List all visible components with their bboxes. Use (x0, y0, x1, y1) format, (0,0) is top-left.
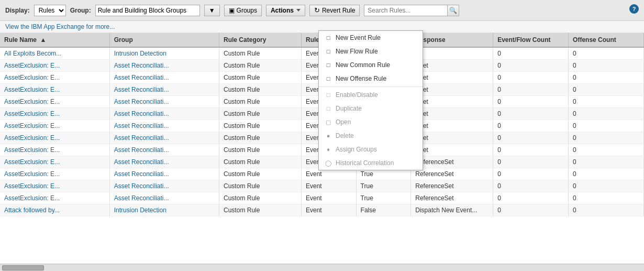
cell-event_flow: 0 (493, 84, 569, 96)
cell-group[interactable]: Asset Reconciliati... (109, 60, 219, 72)
link-group[interactable]: Intrusion Detection (114, 207, 166, 214)
revert-rule-button[interactable]: ↻ Revert Rule (309, 5, 360, 16)
search-input[interactable] (364, 5, 448, 16)
link-group[interactable]: Asset Reconciliati... (114, 62, 169, 69)
groups-button[interactable]: ▣ Groups (224, 5, 262, 16)
cell-name[interactable]: AssetExclusion: E... (0, 72, 109, 84)
link-name[interactable]: AssetExclusion: E... (4, 158, 60, 166)
link-group[interactable]: Asset Reconciliati... (114, 122, 169, 129)
link-name[interactable]: AssetExclusion: E... (4, 134, 60, 142)
link-name[interactable]: AssetExclusion: E... (4, 170, 60, 178)
cell-type: Event (301, 180, 356, 192)
search-button[interactable]: 🔍 (448, 5, 459, 16)
cell-name[interactable]: AssetExclusion: E... (0, 156, 109, 168)
menu-item-new-common-rule[interactable]: □New Common Rule (319, 58, 423, 72)
scrollbar-thumb[interactable] (2, 265, 44, 270)
cell-group[interactable]: Asset Reconciliati... (109, 192, 219, 204)
cell-event_flow: 0 (493, 47, 569, 60)
link-group[interactable]: Asset Reconciliati... (114, 158, 169, 166)
cell-type: Event (301, 204, 356, 216)
doc-icon: □ (324, 74, 332, 83)
actions-dropdown-menu: □New Event Rule□New Flow Rule□New Common… (318, 30, 423, 170)
cell-response: eSet (411, 144, 493, 156)
cell-name[interactable]: AssetExclusion: E... (0, 96, 109, 108)
link-group[interactable]: Asset Reconciliati... (114, 98, 169, 105)
cell-offense: 0 (569, 168, 644, 180)
cell-group[interactable]: Intrusion Detection (109, 47, 219, 60)
cell-name[interactable]: AssetExclusion: E... (0, 144, 109, 156)
cell-group[interactable]: Asset Reconciliati... (109, 168, 219, 180)
link-name[interactable]: AssetExclusion: E... (4, 182, 60, 190)
group-input[interactable]: Rule and Building Block Groups (95, 5, 200, 16)
link-group[interactable]: Asset Reconciliati... (114, 146, 169, 154)
cell-group[interactable]: Asset Reconciliati... (109, 180, 219, 192)
menu-item-new-offense-rule[interactable]: □New Offense Rule (319, 72, 423, 85)
cell-name[interactable]: AssetExclusion: E... (0, 84, 109, 96)
cell-response: Dispatch New Event... (411, 204, 493, 216)
col-header-event-flow[interactable]: Event/Flow Count (493, 33, 569, 47)
cell-name[interactable]: AssetExclusion: E... (0, 120, 109, 132)
cell-group[interactable]: Asset Reconciliati... (109, 84, 219, 96)
cell-group[interactable]: Asset Reconciliati... (109, 144, 219, 156)
cell-name[interactable]: AssetExclusion: E... (0, 192, 109, 204)
doc-icon: □ (324, 47, 332, 56)
cell-name[interactable]: AssetExclusion: E... (0, 60, 109, 72)
dropdown-arrow-btn[interactable]: ▼ (204, 5, 220, 16)
cell-name[interactable]: AssetExclusion: E... (0, 132, 109, 144)
link-group[interactable]: Asset Reconciliati... (114, 86, 169, 93)
cell-event_flow: 0 (493, 132, 569, 144)
link-group[interactable]: Asset Reconciliati... (114, 194, 169, 202)
col-header-offense[interactable]: Offense Count (569, 33, 644, 47)
link-name[interactable]: AssetExclusion: E... (4, 194, 60, 202)
cell-group[interactable]: Asset Reconciliati... (109, 72, 219, 84)
link-name[interactable]: AssetExclusion: E... (4, 98, 60, 105)
check-icon: □ (324, 91, 332, 99)
link-name[interactable]: AssetExclusion: E... (4, 122, 60, 129)
cell-name[interactable]: AssetExclusion: E... (0, 108, 109, 120)
link-name[interactable]: AssetExclusion: E... (4, 74, 60, 81)
link-name[interactable]: AssetExclusion: E... (4, 62, 60, 69)
cell-group[interactable]: Asset Reconciliati... (109, 120, 219, 132)
col-header-group[interactable]: Group (109, 33, 219, 47)
cell-category: Custom Rule (219, 60, 302, 72)
cell-type: Event (301, 192, 356, 204)
link-name[interactable]: Attack followed by... (4, 207, 60, 214)
cell-group[interactable]: Asset Reconciliati... (109, 132, 219, 144)
cell-group[interactable]: Asset Reconciliati... (109, 96, 219, 108)
link-name[interactable]: AssetExclusion: E... (4, 86, 60, 93)
cell-name[interactable]: Attack followed by... (0, 204, 109, 216)
main-container: ? Display: Rules Group: Rule and Buildin… (0, 0, 644, 271)
help-area: ? (629, 4, 639, 14)
table-row[interactable]: AssetExclusion: E...Asset Reconciliati..… (0, 192, 644, 204)
link-group[interactable]: Asset Reconciliati... (114, 134, 169, 142)
horizontal-scrollbar[interactable] (0, 264, 644, 271)
cell-group[interactable]: Asset Reconciliati... (109, 156, 219, 168)
link-group[interactable]: Asset Reconciliati... (114, 110, 169, 117)
help-icon[interactable]: ? (629, 4, 639, 14)
table-row[interactable]: Attack followed by...Intrusion Detection… (0, 204, 644, 216)
link-name[interactable]: All Exploits Becom... (4, 50, 61, 57)
actions-button[interactable]: Actions (266, 5, 305, 16)
table-row[interactable]: AssetExclusion: E...Asset Reconciliati..… (0, 180, 644, 192)
cell-group[interactable]: Intrusion Detection (109, 204, 219, 216)
menu-item-duplicate: □Duplicate (319, 102, 423, 115)
col-header-name[interactable]: Rule Name ▲ (0, 33, 109, 47)
cell-group[interactable]: Asset Reconciliati... (109, 108, 219, 120)
link-group[interactable]: Asset Reconciliati... (114, 182, 169, 190)
cell-name[interactable]: AssetExclusion: E... (0, 168, 109, 180)
link-group[interactable]: Asset Reconciliati... (114, 74, 169, 81)
link-group[interactable]: Intrusion Detection (114, 50, 166, 57)
link-name[interactable]: AssetExclusion: E... (4, 146, 60, 154)
col-header-response[interactable]: Response (411, 33, 493, 47)
display-select[interactable]: Rules (34, 5, 66, 16)
link-name[interactable]: AssetExclusion: E... (4, 110, 60, 117)
cell-response: eSet (411, 96, 493, 108)
cell-enabled: True (356, 192, 411, 204)
link-group[interactable]: Asset Reconciliati... (114, 170, 169, 178)
ibm-app-exchange-link[interactable]: View the IBM App Exchange for more... (5, 23, 115, 30)
col-header-category[interactable]: Rule Category (219, 33, 302, 47)
cell-name[interactable]: AssetExclusion: E... (0, 180, 109, 192)
cell-name[interactable]: All Exploits Becom... (0, 47, 109, 60)
menu-item-new-flow-rule[interactable]: □New Flow Rule (319, 45, 423, 58)
menu-item-new-event-rule[interactable]: □New Event Rule (319, 31, 423, 45)
